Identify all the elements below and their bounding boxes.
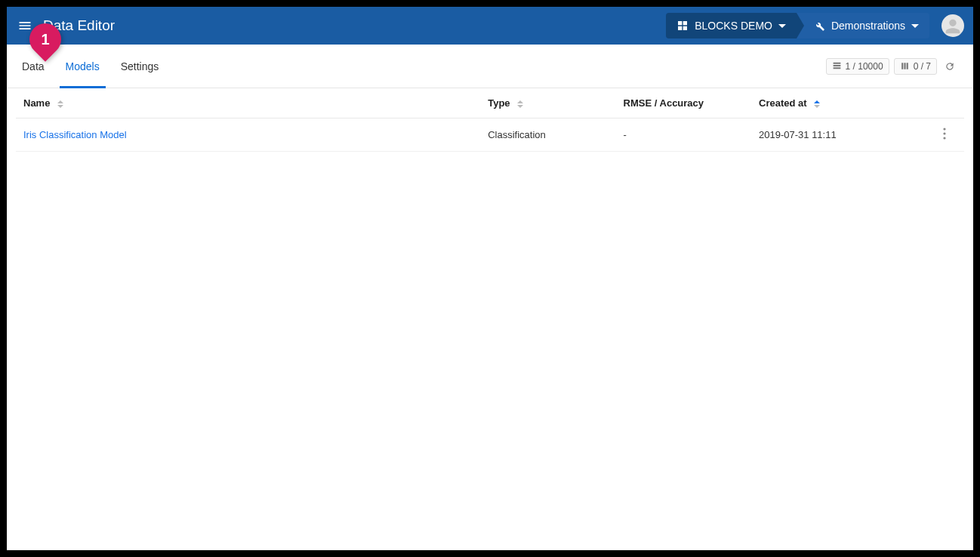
col-header-label: Type: [488, 97, 510, 109]
cols-chip[interactable]: 0 / 7: [894, 58, 937, 75]
caret-down-icon: [911, 24, 919, 28]
wrench-icon: [813, 20, 825, 32]
col-header-actions: [926, 88, 964, 118]
breadcrumb: BLOCKS DEMO Demonstrations: [666, 13, 929, 38]
breadcrumb-project[interactable]: BLOCKS DEMO: [666, 13, 797, 38]
rows-chip[interactable]: 1 / 10000: [826, 58, 889, 75]
user-icon: [942, 16, 963, 37]
sort-icon: [814, 100, 820, 108]
table-icon: [832, 61, 842, 71]
models-table: Name Type RMSE / Accuracy Created at: [16, 88, 964, 152]
col-header-rmse[interactable]: RMSE / Accuracy: [616, 88, 751, 118]
refresh-icon: [945, 61, 955, 72]
cell-created: 2019-07-31 11:11: [751, 118, 926, 152]
caret-down-icon: [778, 24, 786, 28]
status-group: 1 / 10000 0 / 7: [826, 58, 958, 75]
svg-point-2: [944, 137, 946, 139]
tab-label: Models: [66, 60, 100, 72]
cell-type: Classification: [480, 118, 615, 152]
table-header-row: Name Type RMSE / Accuracy Created at: [16, 88, 964, 118]
breadcrumb-section-label: Demonstrations: [831, 20, 905, 32]
sub-bar: Data Models Settings 1 / 10000 0 / 7: [7, 45, 973, 88]
model-link[interactable]: Iris Classification Model: [23, 129, 127, 140]
col-header-type[interactable]: Type: [480, 88, 615, 118]
project-icon: [676, 20, 689, 32]
refresh-button[interactable]: [941, 58, 958, 75]
columns-icon: [900, 61, 910, 71]
col-header-label: Created at: [759, 97, 807, 109]
breadcrumb-section[interactable]: Demonstrations: [797, 13, 929, 38]
table-row: Iris Classification Model Classification…: [16, 118, 964, 152]
svg-point-1: [944, 132, 946, 134]
models-table-wrap: Name Type RMSE / Accuracy Created at: [7, 88, 973, 152]
tab-settings[interactable]: Settings: [121, 45, 159, 88]
col-header-created[interactable]: Created at: [751, 88, 926, 118]
col-header-label: RMSE / Accuracy: [624, 97, 704, 109]
breadcrumb-project-label: BLOCKS DEMO: [695, 20, 772, 32]
col-header-label: Name: [23, 97, 50, 109]
annotation-marker-label: 1: [41, 31, 49, 48]
more-vert-icon: [943, 128, 946, 140]
tab-label: Data: [22, 60, 45, 72]
tab-models[interactable]: Models: [66, 45, 100, 88]
tab-label: Settings: [121, 60, 159, 72]
avatar[interactable]: [941, 14, 964, 37]
row-actions-button[interactable]: [926, 118, 964, 152]
cell-rmse: -: [616, 118, 751, 152]
sort-icon: [57, 100, 63, 108]
cols-chip-label: 0 / 7: [914, 61, 931, 72]
rows-chip-label: 1 / 10000: [846, 61, 883, 72]
sort-icon: [517, 100, 523, 108]
svg-point-0: [944, 128, 946, 130]
header-bar: Data Editor BLOCKS DEMO Demonstrations: [7, 7, 973, 45]
app-frame: Data Editor BLOCKS DEMO Demonstrations 1…: [7, 7, 973, 550]
cell-name: Iris Classification Model: [16, 118, 480, 152]
col-header-name[interactable]: Name: [16, 88, 480, 118]
